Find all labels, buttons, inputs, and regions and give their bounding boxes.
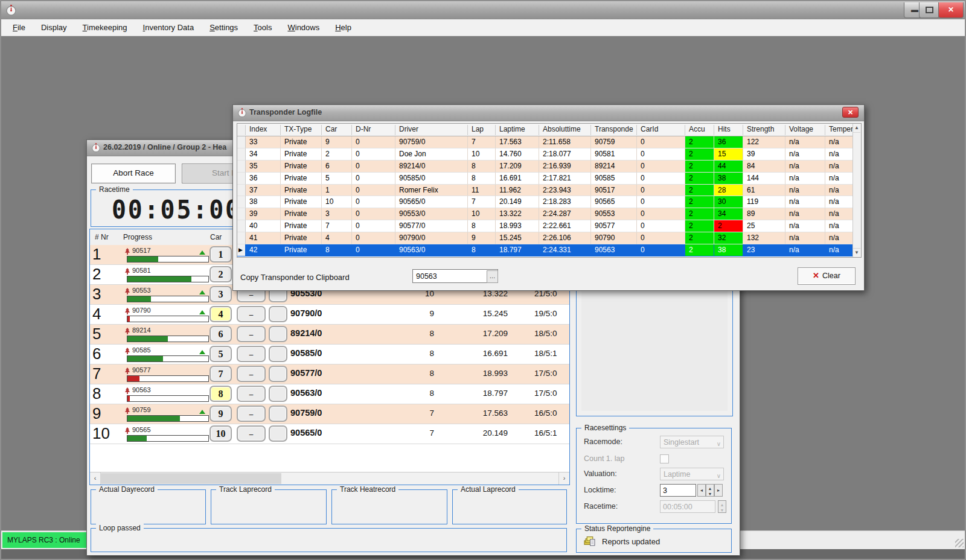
scrollbar-thumb[interactable] bbox=[100, 473, 281, 484]
copy-transponder-input[interactable] bbox=[412, 269, 498, 283]
arrow-right-icon[interactable]: ▸ bbox=[714, 484, 723, 497]
car-number-button[interactable]: 3 bbox=[210, 286, 232, 302]
grid-column-header[interactable]: TX-Type bbox=[281, 125, 322, 135]
car-number-button[interactable]: 7 bbox=[210, 366, 232, 382]
penalty-minus-button[interactable]: – bbox=[237, 406, 266, 422]
transponder-id: 90790 bbox=[132, 307, 151, 314]
logfile-row[interactable]: 35Private6089214/0817.2092:16.9398921402… bbox=[237, 161, 853, 173]
blank-button[interactable] bbox=[269, 326, 287, 342]
grid-column-header[interactable]: Accu bbox=[685, 125, 714, 135]
car-number-button[interactable]: 4 bbox=[210, 306, 232, 322]
scroll-up-icon[interactable]: ▲ bbox=[853, 124, 860, 133]
racetime-input[interactable] bbox=[660, 500, 715, 513]
dialog-close-button[interactable]: ✕ bbox=[842, 107, 859, 118]
grid-column-header[interactable]: D-Nr bbox=[352, 125, 395, 135]
menu-item-help[interactable]: Help bbox=[327, 19, 359, 36]
resize-grip[interactable] bbox=[955, 539, 964, 547]
penalty-minus-button[interactable]: – bbox=[237, 326, 266, 342]
grid-cell-index: 37 bbox=[246, 185, 281, 197]
grid-column-header[interactable]: Car bbox=[322, 125, 352, 135]
standings-row[interactable]: 8905638–90563/0818.79717/5:0 bbox=[90, 384, 569, 404]
blank-button[interactable] bbox=[269, 425, 287, 442]
standings-hscrollbar[interactable]: ‹ › bbox=[90, 472, 569, 485]
grid-column-header[interactable]: Strength bbox=[743, 125, 785, 135]
standings-row[interactable]: 5892146–89214/0817.20918/5:0 bbox=[90, 325, 569, 345]
blank-button[interactable] bbox=[269, 366, 287, 382]
penalty-minus-button[interactable]: – bbox=[237, 306, 266, 322]
car-number-button[interactable]: 8 bbox=[210, 386, 232, 402]
racetime-spinner[interactable]: ▲▼ bbox=[718, 500, 726, 513]
logfile-row[interactable]: 33Private9090759/0717.5632:11.6589075902… bbox=[237, 136, 853, 148]
main-titlebar[interactable]: ▬ ✕ bbox=[1, 1, 965, 20]
scroll-left-icon[interactable]: ‹ bbox=[90, 472, 101, 485]
standings-row[interactable]: 4907904–90790/0915.24519/5:0 bbox=[90, 305, 569, 325]
grid-cell-dnr: 0 bbox=[352, 208, 395, 220]
car-number-button[interactable]: 6 bbox=[210, 326, 232, 342]
standings-row[interactable]: 7905777–90577/0818.99317/5:0 bbox=[90, 364, 569, 384]
grid-cell-hits: 38 bbox=[714, 244, 743, 256]
grid-column-header[interactable]: Transponde bbox=[591, 125, 637, 135]
locktime-spinner[interactable]: ▲▼ bbox=[706, 484, 714, 497]
logfile-row[interactable]: ▶42Private8090563/0818.7972:24.331905630… bbox=[237, 244, 853, 256]
penalty-minus-button[interactable]: – bbox=[237, 346, 266, 362]
standings-row[interactable]: 9907599–90759/0717.56316/5:0 bbox=[90, 404, 569, 424]
logfile-row[interactable]: 38Private10090565/0720.1492:18.283905650… bbox=[237, 196, 853, 208]
scroll-right-icon[interactable]: › bbox=[558, 472, 569, 485]
logfile-row[interactable]: 36Private5090585/0816.6912:17.8219058502… bbox=[237, 173, 853, 185]
car-number-button[interactable]: 10 bbox=[210, 425, 232, 442]
close-button[interactable]: ✕ bbox=[938, 2, 964, 18]
menu-item-inventory-data[interactable]: Inventory Data bbox=[135, 19, 202, 36]
grid-vscrollbar[interactable]: ▲ ▼ bbox=[852, 124, 861, 257]
standings-row[interactable]: 109056510–90565/0720.14916/5:1 bbox=[90, 424, 569, 444]
maximize-button[interactable] bbox=[919, 2, 939, 18]
penalty-minus-button[interactable]: – bbox=[237, 386, 266, 402]
lap-marker-triangle-icon bbox=[199, 250, 205, 255]
standings-row[interactable]: 6905855–90585/0816.69118/5:1 bbox=[90, 345, 569, 364]
logfile-row[interactable]: 41Private4090790/0915.2452:26.1069079002… bbox=[237, 232, 853, 244]
blank-button[interactable] bbox=[269, 346, 287, 362]
grid-column-header[interactable]: Laptime bbox=[496, 125, 539, 135]
grid-cell-hits: 44 bbox=[714, 161, 743, 173]
arrow-left-icon[interactable]: ◂ bbox=[697, 484, 706, 497]
grid-cell-carid: 0 bbox=[637, 232, 685, 244]
menu-item-display[interactable]: Display bbox=[33, 19, 75, 36]
scroll-down-icon[interactable]: ▼ bbox=[853, 248, 860, 257]
car-number-button[interactable]: 2 bbox=[210, 266, 232, 282]
valuation-select[interactable]: Laptime ∨ bbox=[660, 468, 724, 480]
logfile-row[interactable]: 37Private10Romer Felix1111.9622:23.94390… bbox=[237, 185, 853, 197]
car-number-button[interactable]: 5 bbox=[210, 346, 232, 362]
clear-button[interactable]: ✕Clear bbox=[798, 267, 856, 285]
dialog-titlebar[interactable]: Transponder Logfile ✕ bbox=[233, 105, 864, 121]
racesettings-group-label: Racesettings bbox=[581, 424, 629, 432]
logfile-row[interactable]: 39Private3090553/01013.3222:24.287905530… bbox=[237, 208, 853, 220]
menu-item-file[interactable]: File bbox=[5, 19, 33, 36]
menu-item-settings[interactable]: Settings bbox=[202, 19, 246, 36]
menu-item-windows[interactable]: Windows bbox=[280, 19, 327, 36]
grid-column-header[interactable]: Driver bbox=[395, 125, 468, 135]
grid-column-header[interactable]: Hits bbox=[714, 125, 743, 135]
blank-button[interactable] bbox=[269, 406, 287, 422]
row-selector-cell bbox=[237, 185, 246, 197]
racemode-select[interactable]: Singlestart ∨ bbox=[660, 436, 724, 448]
abort-race-button[interactable]: Abort Race bbox=[91, 164, 176, 183]
car-number-button[interactable]: 9 bbox=[210, 406, 232, 422]
logfile-row[interactable]: 40Private7090577/0818.9932:22.6619057702… bbox=[237, 220, 853, 232]
grid-column-header[interactable]: Index bbox=[246, 125, 281, 135]
grid-column-header[interactable]: Tempera bbox=[825, 125, 853, 135]
grid-cell-lap: 8 bbox=[468, 244, 496, 256]
blank-button[interactable] bbox=[269, 386, 287, 402]
car-number-button[interactable]: 1 bbox=[210, 246, 232, 262]
ellipsis-button[interactable]: … bbox=[487, 270, 498, 283]
grid-column-header[interactable]: Absoluttime bbox=[539, 125, 591, 135]
penalty-minus-button[interactable]: – bbox=[237, 425, 266, 442]
menu-item-tools[interactable]: Tools bbox=[246, 19, 280, 36]
grid-column-header[interactable]: CarId bbox=[637, 125, 685, 135]
locktime-input[interactable] bbox=[660, 484, 696, 497]
blank-button[interactable] bbox=[269, 306, 287, 322]
count-first-lap-checkbox[interactable] bbox=[660, 454, 669, 463]
menu-item-timekeeping[interactable]: Timekeeping bbox=[75, 19, 135, 36]
logfile-row[interactable]: 34Private20Doe Jon1014.7602:18.077905810… bbox=[237, 148, 853, 161]
penalty-minus-button[interactable]: – bbox=[237, 366, 266, 382]
grid-column-header[interactable]: Voltage bbox=[785, 125, 825, 135]
grid-column-header[interactable]: Lap bbox=[468, 125, 496, 135]
